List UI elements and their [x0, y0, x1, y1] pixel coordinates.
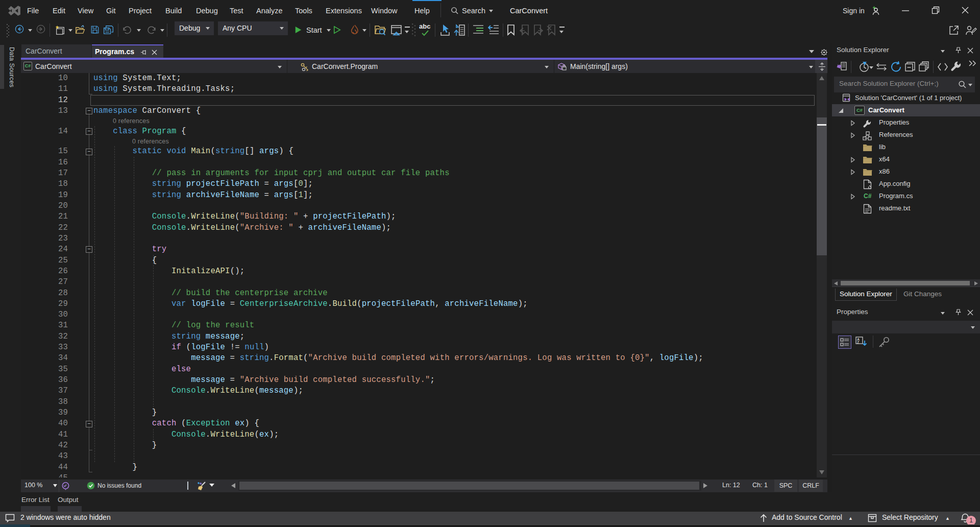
svg-text:Z: Z — [857, 341, 860, 344]
